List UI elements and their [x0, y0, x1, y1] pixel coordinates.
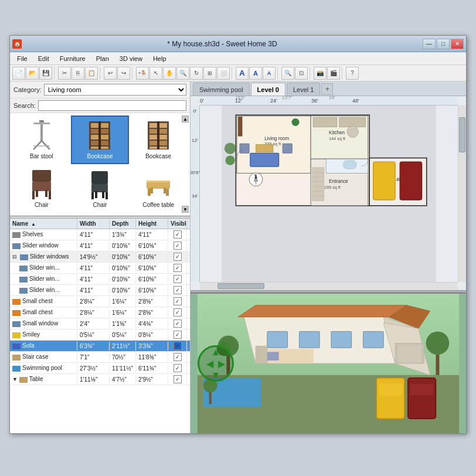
checkbox[interactable]: [174, 364, 182, 372]
tool-photo[interactable]: 📸: [314, 67, 327, 80]
close-button[interactable]: ✕: [451, 39, 464, 49]
checkbox[interactable]: [174, 319, 182, 328]
tool-pan[interactable]: ✋: [163, 67, 176, 80]
checkbox[interactable]: [174, 286, 182, 294]
table-row[interactable]: Slider win... 4'11" 0'10⅝" 6'10⅝": [10, 263, 190, 274]
tool-video[interactable]: 🎬: [327, 67, 340, 80]
grid-scroll-up[interactable]: ▲: [182, 115, 189, 123]
scrollbar-thumb-h[interactable]: [217, 283, 264, 289]
view-3d[interactable]: ▲ ◀ ▶ ▼: [191, 293, 466, 433]
furniture-item-bar-stool[interactable]: Bar stool: [12, 115, 71, 164]
th-name[interactable]: Name ▲: [10, 219, 77, 229]
tool-copy[interactable]: ⎘: [72, 67, 84, 80]
menu-3dview[interactable]: 3D view: [115, 54, 147, 63]
3d-nav-left[interactable]: ◀: [206, 358, 213, 369]
checkbox[interactable]: [174, 342, 182, 350]
tool-undo[interactable]: ↩: [104, 67, 117, 80]
tool-redo[interactable]: ↪: [117, 67, 130, 80]
tab-swimming-pool[interactable]: Swimming pool: [193, 83, 250, 96]
td-visible[interactable]: [168, 318, 187, 329]
tab-level1[interactable]: Level 1: [287, 83, 320, 96]
td-visible[interactable]: [168, 263, 187, 273]
tab-level0[interactable]: Level 0: [251, 83, 285, 96]
tool-new[interactable]: 📄: [12, 67, 25, 80]
td-visible[interactable]: [168, 240, 187, 251]
checkbox[interactable]: [174, 308, 182, 317]
table-row[interactable]: Smiley 0'5¼" 0'5¼" 0'8¼": [10, 329, 190, 341]
td-visible[interactable]: [168, 363, 187, 373]
table-row[interactable]: Small window 2'4" 1'1⅝" 4'4¾": [10, 318, 190, 329]
tool-select[interactable]: ↖: [149, 67, 162, 80]
td-visible[interactable]: [168, 285, 187, 295]
table-row[interactable]: Small chest 2'8¼" 1'6¼" 2'8⅝": [10, 296, 190, 307]
tool-paste[interactable]: 📋: [85, 67, 98, 80]
td-visible[interactable]: [168, 296, 187, 307]
table-row[interactable]: Small chest 2'8¼" 1'6¼" 2'8⅝": [10, 307, 190, 318]
3d-nav-circle[interactable]: ▲ ◀ ▶ ▼: [198, 345, 234, 382]
tab-add-button[interactable]: +: [321, 83, 333, 95]
checkbox[interactable]: [174, 242, 182, 250]
td-visible[interactable]: [168, 329, 187, 340]
table-row-sofa[interactable]: Sofa 6'3¾" 2'11½" 3'3¾": [10, 341, 190, 352]
tool-text-a3[interactable]: A: [263, 67, 276, 80]
table-row[interactable]: Slider win... 4'11" 0'10⅝" 6'10⅝": [10, 274, 190, 285]
furniture-item-coffee-table[interactable]: Coffee table: [129, 164, 188, 213]
tool-room[interactable]: ⬜: [217, 67, 230, 80]
td-visible[interactable]: [168, 374, 187, 385]
furniture-item-chair1[interactable]: Chair: [12, 164, 71, 213]
furniture-item-bookcase-selected[interactable]: Bookcase: [71, 115, 130, 164]
maximize-button[interactable]: □: [437, 39, 450, 49]
checkbox[interactable]: [174, 264, 182, 272]
plan-scrollbar-v[interactable]: [458, 106, 466, 282]
td-visible[interactable]: [168, 341, 187, 351]
th-width[interactable]: Width: [77, 219, 110, 229]
tool-cut[interactable]: ✂: [58, 67, 71, 80]
menu-help[interactable]: Help: [148, 54, 171, 63]
th-depth[interactable]: Depth: [110, 219, 136, 229]
table-row[interactable]: Shelves 4'11" 1'3¾" 4'11": [10, 229, 190, 240]
scrollbar-thumb-v[interactable]: [459, 117, 465, 152]
3d-nav-up[interactable]: ▲: [211, 348, 220, 357]
plan-scrollbar-h[interactable]: [200, 282, 458, 290]
search-input[interactable]: [38, 100, 186, 111]
checkbox[interactable]: [174, 331, 182, 339]
table-row[interactable]: Stair case 7'1" 70½" 11'8⅜": [10, 352, 190, 363]
table-row-group[interactable]: ⊟ Slider windows 14'9½" 0'10⅝" 6'10⅝": [10, 251, 190, 263]
tool-add-furniture[interactable]: +🪑: [136, 67, 149, 80]
minimize-button[interactable]: —: [423, 39, 436, 49]
3d-nav-down[interactable]: ▼: [211, 370, 220, 380]
3d-nav-right[interactable]: ▶: [218, 358, 225, 369]
tool-rotate[interactable]: ↻: [190, 67, 203, 80]
table-row[interactable]: Swimming pool 27'3½" 11'11½" 6'11¾": [10, 363, 190, 374]
table-row[interactable]: Slider window 4'11" 0'10⅝" 6'10⅝": [10, 240, 190, 251]
tool-save[interactable]: 💾: [39, 67, 52, 80]
tool-text-a1[interactable]: A: [236, 67, 249, 80]
menu-plan[interactable]: Plan: [91, 54, 114, 63]
table-row[interactable]: Slider win... 4'11" 0'10⅝" 6'10⅝": [10, 285, 190, 296]
tool-zoom-out[interactable]: 🔍: [281, 67, 294, 80]
checkbox[interactable]: [174, 353, 182, 361]
checkbox[interactable]: [174, 230, 182, 239]
checkbox[interactable]: [174, 297, 182, 305]
tool-wall[interactable]: ⊞: [203, 67, 216, 80]
furniture-item-chair2[interactable]: Chair: [71, 164, 130, 213]
checkbox[interactable]: [174, 275, 182, 283]
category-select[interactable]: Living room Bedroom Kitchen Bathroom Off…: [44, 84, 186, 96]
th-height[interactable]: Height: [136, 219, 168, 229]
tool-text-a2[interactable]: A: [249, 67, 262, 80]
menu-edit[interactable]: Edit: [33, 54, 54, 63]
td-visible[interactable]: [168, 251, 187, 262]
tool-zoom-in[interactable]: 🔍: [176, 67, 189, 80]
checkbox[interactable]: [174, 375, 182, 383]
table-row[interactable]: ▼ Table 1'11⅛" 4'7½" 2'9½": [10, 374, 190, 385]
td-visible[interactable]: [168, 229, 187, 240]
td-visible[interactable]: [168, 352, 187, 362]
menu-furniture[interactable]: Furniture: [55, 54, 90, 63]
tool-zoom-fit[interactable]: ⊡: [295, 67, 308, 80]
checkbox[interactable]: [174, 253, 182, 261]
tool-help[interactable]: ?: [346, 67, 359, 80]
plan-view[interactable]: 0' 12' 24' 36' 48' 16'5" 13'7" 19' 0' 12…: [191, 96, 466, 290]
td-visible[interactable]: [168, 307, 187, 318]
menu-file[interactable]: File: [12, 54, 32, 63]
grid-scroll-down[interactable]: ▼: [182, 206, 189, 213]
